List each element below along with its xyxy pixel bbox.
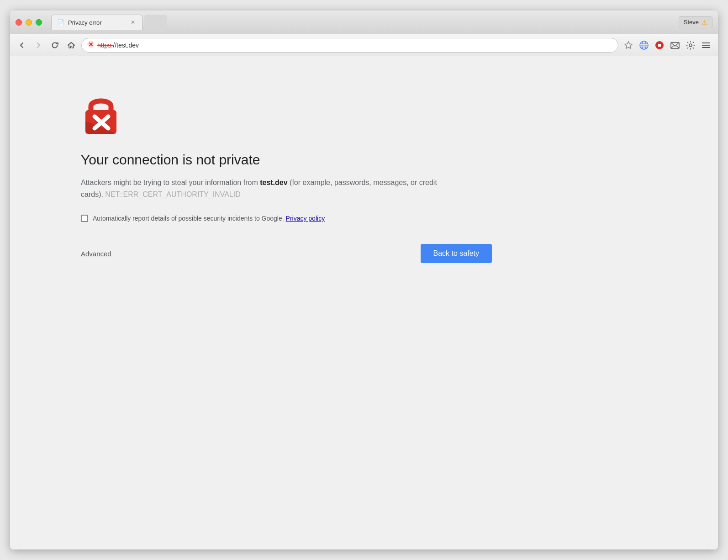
url-rest: //test.dev [113,42,139,49]
profile-name: Steve [684,19,699,26]
back-to-safety-button[interactable]: Back to safety [421,244,492,263]
privacy-policy-link[interactable]: Privacy policy [286,215,325,222]
https-text: https: [97,42,113,49]
bookmark-button[interactable] [622,39,635,52]
description-start: Attackers might be trying to steal your … [81,179,260,186]
minimize-button[interactable] [26,19,32,26]
mail-button[interactable] [669,39,681,52]
forward-button[interactable] [32,39,45,52]
action-bar: Advanced Back to safety [81,244,492,263]
error-page: Your connection is not private Attackers… [10,56,718,549]
svg-line-11 [676,46,679,48]
window-controls [16,19,42,26]
page-content: Your connection is not private Attackers… [10,56,718,549]
report-checkbox[interactable] [81,215,88,222]
error-heading: Your connection is not private [81,152,647,168]
report-section: Automatically report details of possible… [81,215,647,222]
svg-line-10 [671,46,674,48]
close-button[interactable] [16,19,22,26]
advanced-link[interactable]: Advanced [81,250,111,258]
error-code: NET::ERR_CERT_AUTHORITY_INVALID [105,190,240,198]
title-bar: 📄 Privacy error ✕ Steve ⚠ [10,11,718,34]
maximize-button[interactable] [36,19,42,26]
back-button[interactable] [16,39,28,52]
report-label: Automatically report details of possible… [93,215,325,222]
menu-button[interactable] [700,39,712,52]
reload-button[interactable] [48,39,61,52]
profile-warning-icon: ⚠ [702,19,707,26]
security-error-icon [87,41,95,49]
tab-bar: 📄 Privacy error ✕ [47,15,679,30]
svg-point-12 [689,44,692,47]
toolbar: https://test.dev [10,34,718,56]
toolbar-right-icons [622,39,712,52]
tab-page-icon: 📄 [57,19,64,26]
lock-icon-container [81,93,647,136]
profile-area[interactable]: Steve ⚠ [679,16,712,28]
address-bar-url: https://test.dev [97,42,139,49]
globe-button[interactable] [638,39,650,52]
tab-title: Privacy error [68,19,126,26]
error-description: Attackers might be trying to steal your … [81,177,446,200]
stop-button[interactable] [653,39,666,52]
tab-close-button[interactable]: ✕ [129,19,137,26]
broken-lock-icon [81,93,122,134]
home-button[interactable] [65,39,78,52]
address-bar[interactable]: https://test.dev [81,38,618,53]
browser-window: 📄 Privacy error ✕ Steve ⚠ [10,11,718,549]
extensions-button[interactable] [684,39,697,52]
site-name: test.dev [260,179,287,186]
active-tab[interactable]: 📄 Privacy error ✕ [51,15,142,30]
